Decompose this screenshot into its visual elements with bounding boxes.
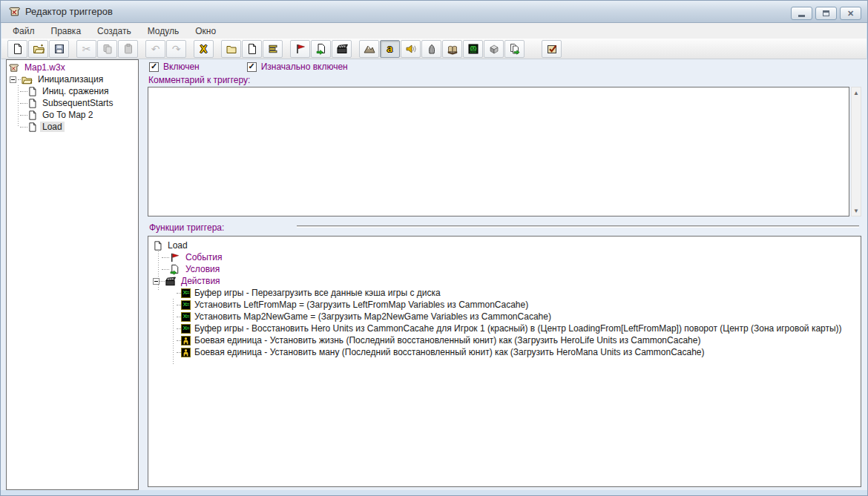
sound-editor-button[interactable] — [401, 40, 421, 58]
minimize-icon — [798, 15, 805, 17]
checkmark-icon: ✓ — [151, 62, 157, 70]
trigger-editor-button[interactable]: a — [380, 40, 400, 58]
menu-window[interactable]: Окно — [187, 24, 224, 38]
game-cache-icon: X= — [181, 288, 191, 298]
delete-button[interactable]: X — [194, 40, 214, 58]
enabled-checkbox[interactable]: ✓ — [149, 62, 159, 72]
trigger-editor-app-icon — [8, 5, 21, 18]
terrain-mountain-icon — [364, 43, 375, 55]
ai-orc-icon — [467, 43, 479, 55]
trigger-page-icon — [153, 240, 162, 251]
menu-module[interactable]: Модуль — [139, 24, 188, 38]
collapse-expander-icon[interactable] — [10, 76, 16, 83]
new-page-icon — [12, 43, 24, 55]
trigger-page-icon — [27, 86, 37, 97]
condition-page-arrow-icon — [169, 264, 180, 275]
initially-on-checkbox[interactable]: ✓ — [247, 62, 257, 72]
action-text: Установить Map2NewGame = (Загрузить Map2… — [194, 311, 551, 322]
cube-icon — [488, 43, 500, 55]
window-controls: ✕ — [791, 7, 861, 20]
tree-trigger-item-selected[interactable]: Load — [8, 121, 138, 133]
redo-button[interactable]: ↷ — [166, 40, 186, 58]
redo-icon: ↷ — [172, 44, 181, 54]
conditions-row[interactable]: Условия — [151, 263, 861, 275]
tree-trigger-item[interactable]: Иниц. сражения — [8, 85, 138, 97]
copy-button[interactable] — [97, 40, 117, 58]
tree-trigger-item[interactable]: SubsequentStarts — [8, 97, 138, 109]
action-clapper-icon — [165, 276, 176, 287]
scroll-down-icon[interactable]: ▼ — [852, 205, 861, 216]
collapse-expander-icon[interactable] — [153, 278, 160, 285]
close-button[interactable]: ✕ — [840, 7, 861, 20]
trigger-name: Go To Map 2 — [40, 110, 95, 120]
minimize-button[interactable] — [791, 7, 812, 20]
game-cache-glyph: X= — [183, 290, 188, 296]
save-map-button[interactable] — [49, 40, 69, 58]
comment-label: Комментарий к триггеру: — [148, 75, 250, 85]
tree-connector — [160, 281, 165, 282]
menu-file[interactable]: Файл — [4, 24, 43, 38]
action-row[interactable]: X= Установить Map2NewGame = (Загрузить M… — [151, 311, 861, 323]
new-trigger-button[interactable] — [242, 40, 262, 58]
action-row[interactable]: X= Буфер игры - Восстановить Hero Units … — [151, 323, 861, 334]
enabled-label: Включен — [163, 62, 200, 72]
comment-bars-icon — [267, 43, 279, 55]
menu-edit[interactable]: Правка — [43, 24, 90, 38]
trigger-name: SubsequentStarts — [40, 98, 115, 108]
object-manager-button[interactable] — [484, 40, 504, 58]
scissors-icon: ✂ — [82, 44, 91, 54]
paste-button[interactable] — [118, 40, 138, 58]
trigger-page-icon — [27, 110, 37, 121]
tree-connector — [20, 115, 27, 116]
save-floppy-icon — [53, 43, 65, 55]
new-event-button[interactable] — [290, 40, 310, 58]
tree-root-map[interactable]: Map1.w3x — [8, 62, 138, 73]
panel-splitter[interactable] — [297, 225, 859, 228]
import-manager-button[interactable] — [504, 40, 525, 58]
menu-bar: Файл Правка Создать Модуль Окно — [1, 23, 867, 39]
trigger-name: Иниц. сражения — [40, 86, 111, 96]
tree-connector — [162, 257, 169, 258]
maximize-icon — [823, 10, 829, 16]
paste-icon — [122, 43, 134, 55]
game-cache-glyph: X= — [183, 302, 188, 308]
new-action-button[interactable] — [332, 40, 352, 58]
func-root-row[interactable]: Load — [151, 239, 861, 251]
title-bar: Редактор триггеров ✕ — [0, 0, 868, 23]
new-condition-button[interactable] — [311, 40, 331, 58]
maximize-button[interactable] — [815, 7, 837, 20]
object-editor-button[interactable] — [421, 40, 441, 58]
ai-editor-button[interactable] — [463, 40, 483, 58]
action-text: Буфер игры - Перезагрузить все данные кэ… — [194, 288, 441, 298]
action-row[interactable]: X= Установить LeftFromMap = (Загрузить L… — [151, 299, 861, 311]
comment-textarea[interactable] — [148, 87, 849, 216]
actions-row[interactable]: Действия — [151, 275, 861, 287]
toolbar: ✂ ↶ ↷ X — [1, 39, 867, 59]
action-row[interactable]: Боевая единица - Установить ману (Послед… — [151, 346, 861, 358]
tree-trigger-item[interactable]: Go To Map 2 — [8, 109, 138, 121]
comment-scrollbar[interactable]: ▲ ▼ — [851, 87, 861, 216]
test-map-button[interactable] — [542, 40, 562, 58]
undo-button[interactable]: ↶ — [145, 40, 165, 58]
action-row[interactable]: Боевая единица - Установить жизнь (После… — [151, 334, 861, 346]
cut-button[interactable]: ✂ — [76, 40, 96, 58]
scroll-up-icon[interactable]: ▲ — [852, 87, 861, 98]
tree-connector — [162, 269, 169, 270]
campaign-editor-button[interactable] — [442, 40, 462, 58]
terrain-editor-button[interactable] — [359, 40, 379, 58]
map-name: Map1.w3x — [22, 62, 68, 73]
events-row[interactable]: События — [151, 251, 861, 263]
menu-create[interactable]: Создать — [89, 24, 139, 38]
action-row[interactable]: X= Буфер игры - Перезагрузить все данные… — [151, 287, 861, 299]
open-map-button[interactable] — [28, 40, 48, 58]
new-comment-button[interactable] — [263, 40, 283, 58]
new-map-button[interactable] — [7, 40, 27, 58]
condition-page-arrow-icon — [315, 43, 327, 55]
game-cache-icon: X= — [181, 300, 191, 310]
functions-label: Функции триггера: — [149, 222, 224, 233]
campaign-book-icon — [447, 43, 458, 55]
unit-icon — [181, 336, 191, 345]
close-icon: ✕ — [847, 10, 854, 18]
new-category-button[interactable] — [221, 40, 241, 58]
tree-category-init[interactable]: Инициализация — [8, 73, 138, 85]
